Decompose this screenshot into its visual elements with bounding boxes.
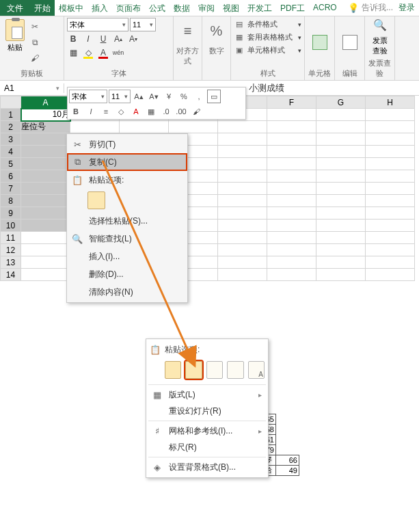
cell-style-button[interactable]: ▣单元格样式▾: [234, 44, 301, 57]
edit-icon[interactable]: [342, 35, 357, 50]
shrink-font-button[interactable]: A▾: [127, 33, 139, 45]
fill-color-button[interactable]: ◇: [82, 46, 94, 59]
format-icon: ◈: [151, 462, 163, 473]
col-header-a[interactable]: A: [21, 96, 70, 109]
tab-view[interactable]: 视图: [219, 0, 243, 16]
tab-review[interactable]: 审阅: [194, 0, 219, 16]
ctx-delete[interactable]: 删除(D)...: [67, 265, 187, 283]
row-header[interactable]: 11: [1, 232, 21, 244]
copy-button[interactable]: ⧉: [27, 36, 42, 49]
row-header[interactable]: 7: [1, 183, 21, 195]
cell-a1[interactable]: 10月: [21, 109, 70, 121]
grow-font-button[interactable]: A▴: [112, 33, 124, 45]
mini-dec-inc[interactable]: .0: [159, 105, 173, 118]
ctx2-bg-format[interactable]: ◈设置背景格式(B)...: [148, 459, 266, 475]
underline-button[interactable]: U: [97, 33, 109, 45]
ctx2-grid[interactable]: ♯网格和参考线(I)...▸: [148, 423, 266, 439]
paste-picture[interactable]: [227, 361, 243, 379]
tab-data[interactable]: 数据: [170, 0, 194, 16]
tab-file[interactable]: 文件: [0, 0, 30, 16]
table-format-button[interactable]: ▦套用表格格式▾: [234, 31, 301, 44]
row-header[interactable]: 5: [1, 158, 21, 170]
mini-fill[interactable]: ◇: [114, 105, 128, 118]
mini-align[interactable]: ≡: [99, 105, 113, 118]
bulb-icon: 💡: [348, 3, 359, 13]
row-header[interactable]: 3: [1, 133, 21, 146]
col-header-g[interactable]: G: [316, 96, 366, 109]
row-header[interactable]: 9: [1, 207, 21, 220]
ctx-copy[interactable]: ⧉复制(C): [67, 153, 187, 171]
row-header[interactable]: 8: [1, 195, 21, 207]
group-clipboard: 粘贴 ✂ ⧉ 🖌 剪贴板: [0, 16, 64, 80]
mini-currency[interactable]: ¥: [162, 90, 176, 103]
ctx2-layout[interactable]: ▦版式(L)▸: [148, 386, 266, 403]
number-format-icon[interactable]: %: [211, 23, 223, 39]
tab-insert[interactable]: 插入: [87, 0, 112, 16]
font-size-combo[interactable]: 11▾: [130, 18, 156, 31]
font-color-button[interactable]: A: [97, 46, 109, 59]
cond-format-button[interactable]: ▤条件格式▾: [234, 18, 301, 31]
col-header-h[interactable]: H: [366, 96, 415, 109]
tab-layout[interactable]: 页面布: [112, 0, 145, 16]
mini-border[interactable]: ▦: [144, 105, 158, 118]
mini-comma[interactable]: ,: [192, 90, 206, 103]
paste-use-dest[interactable]: [185, 361, 202, 379]
font-name-combo[interactable]: 宋体▾: [67, 18, 129, 31]
tab-pdf[interactable]: PDF工: [276, 0, 309, 16]
ctx-insert[interactable]: 插入(I)...: [67, 248, 187, 265]
format-painter-button[interactable]: 🖌: [27, 52, 42, 64]
row-header[interactable]: 10: [1, 220, 21, 232]
border-button[interactable]: ▦: [67, 46, 79, 59]
paste-text-only[interactable]: A: [248, 361, 265, 379]
mini-italic[interactable]: I: [84, 105, 98, 118]
tell-me[interactable]: 告诉我...: [362, 2, 393, 14]
phonetic-button[interactable]: wén: [112, 46, 124, 59]
select-all-triangle[interactable]: [1, 96, 21, 109]
ctx2-ruler[interactable]: 标尺(R): [148, 439, 266, 455]
row-header[interactable]: 2: [1, 121, 21, 133]
mini-size-combo[interactable]: 11▾: [109, 90, 131, 103]
paste-option-default[interactable]: [87, 191, 105, 209]
mini-format-painter[interactable]: 🖌: [189, 105, 203, 118]
mini-percent[interactable]: %: [177, 90, 191, 103]
ctx-smart-lookup[interactable]: 🔍智能查找(L): [67, 230, 187, 248]
invoice-button[interactable]: 🔍 发票查验: [368, 18, 392, 57]
ctx-cut[interactable]: ✂剪切(T): [67, 135, 187, 153]
tab-home[interactable]: 开始: [30, 0, 55, 16]
mini-grow-font[interactable]: A▴: [132, 90, 146, 103]
row-header[interactable]: 12: [1, 244, 21, 256]
mini-font-combo[interactable]: 宋体▾: [69, 90, 107, 103]
row-header[interactable]: 1: [1, 109, 21, 121]
paste-embed[interactable]: [206, 361, 223, 379]
paste-button[interactable]: 粘贴: [3, 18, 27, 67]
row-header[interactable]: 14: [1, 269, 21, 281]
cell-a2[interactable]: 座位号: [21, 121, 70, 133]
mini-shrink-font[interactable]: A▾: [147, 90, 161, 103]
paste-keep-source[interactable]: [165, 361, 181, 379]
row-header[interactable]: 6: [1, 170, 21, 183]
row-header[interactable]: 13: [1, 256, 21, 269]
bold-button[interactable]: B: [67, 33, 79, 45]
mini-bold[interactable]: B: [69, 105, 83, 118]
align-icon[interactable]: ≡: [184, 23, 192, 39]
tab-acro[interactable]: ACRO: [309, 0, 341, 16]
ctx2-reset-slide[interactable]: 重设幻灯片(R): [148, 403, 266, 419]
italic-button[interactable]: I: [82, 33, 94, 45]
mini-color[interactable]: A: [129, 105, 143, 118]
spreadsheet-grid[interactable]: A B C D E F G H 110月 2座位号 3 4 5 6 7 8 9 …: [0, 96, 419, 281]
group-label-number: 数字: [205, 44, 228, 57]
col-header-f[interactable]: F: [267, 96, 316, 109]
cells-icon[interactable]: [312, 35, 327, 50]
mini-merge[interactable]: ▭: [207, 90, 221, 103]
login-link[interactable]: 登录: [398, 2, 415, 14]
name-box[interactable]: A1▾: [0, 83, 64, 93]
copy-icon: ⧉: [71, 157, 83, 168]
mini-dec-dec[interactable]: .00: [174, 105, 188, 118]
tab-formula[interactable]: 公式: [145, 0, 170, 16]
ctx-clear[interactable]: 清除内容(N): [67, 283, 187, 301]
row-header[interactable]: 4: [1, 146, 21, 158]
tab-dev[interactable]: 开发工: [243, 0, 276, 16]
ctx-paste-special[interactable]: 选择性粘贴(S)...: [67, 212, 187, 230]
tab-template[interactable]: 模板中: [55, 0, 87, 16]
cut-button[interactable]: ✂: [27, 21, 42, 33]
